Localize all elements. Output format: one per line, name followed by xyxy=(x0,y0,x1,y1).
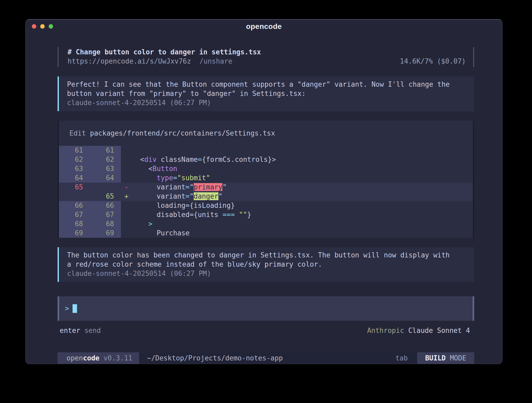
diff-row: 65+ variant="danger" xyxy=(59,192,473,201)
model-timestamp: claude-sonnet-4-20250514 (06:27 PM) xyxy=(67,269,466,278)
edit-tool-header: Edit packages/frontend/src/containers/Se… xyxy=(59,129,473,146)
edit-tool-card: Edit packages/frontend/src/containers/Se… xyxy=(58,121,474,238)
diff-sign xyxy=(121,229,132,238)
diff-row: 6262 <div className={formCs.controls}> xyxy=(59,155,473,164)
diff-new-line-number: 65 xyxy=(90,192,121,201)
message-line: a red/rose color scheme instead of the b… xyxy=(67,260,466,269)
build-mode-toggle[interactable]: BUILD MODE xyxy=(417,352,474,364)
prompt-caret: > xyxy=(65,304,69,313)
model-name: Claude Sonnet 4 xyxy=(408,327,470,334)
working-directory: ~/Desktop/Projects/demo-notes-app xyxy=(147,352,283,364)
diff-row: 6161 xyxy=(59,146,473,155)
diff-sign xyxy=(121,219,132,229)
diff-sign: + xyxy=(121,192,132,201)
edit-tool-label: Edit xyxy=(69,129,90,137)
status-bar: opencode v0.3.11 ~/Desktop/Projects/demo… xyxy=(58,352,474,364)
token-usage: 14.6K/7% ($0.07) xyxy=(400,57,466,66)
diff-code-line: disabled={units === ""} xyxy=(132,210,473,219)
opencode-window: opencode # Change button color to danger… xyxy=(25,19,503,364)
diff-row: 6666 loading={isLoading} xyxy=(59,201,473,210)
diff-code-line: type="submit" xyxy=(132,173,473,183)
diff-new-line-number: 68 xyxy=(90,219,121,229)
diff-row: 6363 <Button xyxy=(59,164,473,173)
diff-old-line-number: 67 xyxy=(59,210,90,219)
diff-new-line-number: 61 xyxy=(90,146,121,155)
diff-code-line: loading={isLoading} xyxy=(132,201,473,210)
diff-code-line: Purchase xyxy=(132,229,473,238)
diff-new-line-number: 62 xyxy=(90,155,121,164)
diff-old-line-number: 64 xyxy=(59,173,90,183)
message-line: Perfect! I can see that the Button compo… xyxy=(67,80,466,89)
diff-new-line-number: 69 xyxy=(90,229,121,238)
diff-rows: 61616262 <div className={formCs.controls… xyxy=(59,146,473,238)
diff-row: 6969 Purchase xyxy=(59,229,473,238)
diff-row: 6868 > xyxy=(59,219,473,229)
app-version-chip: opencode v0.3.11 xyxy=(58,352,139,364)
diff-code-line xyxy=(132,146,473,155)
diff-old-line-number: 63 xyxy=(59,164,90,173)
diff-new-line-number: 66 xyxy=(90,201,121,210)
diff-old-line-number xyxy=(59,192,90,201)
terminal-content: # Change button color to danger in setti… xyxy=(25,33,502,364)
mode-suffix: MODE xyxy=(450,354,466,363)
window-titlebar: opencode xyxy=(25,20,502,33)
message-line: The button color has been changed to dan… xyxy=(67,251,466,260)
diff-code-line: <div className={formCs.controls}> xyxy=(132,155,473,164)
diff-code-line: variant="primary" xyxy=(132,183,473,192)
diff-new-line-number: 64 xyxy=(90,173,121,183)
diff-row: 6464 type="submit" xyxy=(59,173,473,183)
diff-row: 6767 disabled={units === ""} xyxy=(59,210,473,219)
hint-row: enter send Anthropic Claude Sonnet 4 xyxy=(58,326,474,335)
diff-code-line: <Button xyxy=(132,164,473,173)
diff-old-line-number: 61 xyxy=(59,146,90,155)
diff-sign xyxy=(121,210,132,219)
text-cursor xyxy=(73,304,77,313)
provider-name: Anthropic xyxy=(367,327,404,334)
message-line: button variant from "primary" to "danger… xyxy=(67,89,466,98)
assistant-message: Perfect! I can see that the Button compo… xyxy=(58,76,474,111)
send-hint: enter send xyxy=(60,326,101,335)
status-bar-right: tab BUILD MODE xyxy=(395,352,474,364)
diff-sign xyxy=(121,146,132,155)
diff-new-line-number: 63 xyxy=(90,164,121,173)
version-number: v0.3.11 xyxy=(104,354,132,363)
edit-file-path: packages/frontend/src/containers/Setting… xyxy=(90,129,275,137)
diff-sign: - xyxy=(121,183,132,192)
diff-old-line-number: 65 xyxy=(59,183,90,192)
diff-row: 65- variant="primary" xyxy=(59,183,473,192)
diff-new-line-number xyxy=(90,183,121,192)
model-indicator: Anthropic Claude Sonnet 4 xyxy=(367,326,470,335)
mode-name: BUILD xyxy=(425,354,446,363)
enter-key-hint: enter xyxy=(60,327,80,334)
model-timestamp: claude-sonnet-4-20250514 (06:27 PM) xyxy=(67,98,466,107)
send-action-label: send xyxy=(84,327,101,334)
brand-suffix: code xyxy=(83,354,100,363)
diff-old-line-number: 69 xyxy=(59,229,90,238)
unshare-command[interactable]: /unshare xyxy=(200,57,232,66)
tab-key-hint: tab xyxy=(395,352,417,364)
brand-prefix: open xyxy=(66,354,83,363)
diff-old-line-number: 62 xyxy=(59,155,90,164)
diff-sign xyxy=(121,155,132,164)
assistant-message: The button color has been changed to dan… xyxy=(58,247,474,282)
diff-code-line: variant="danger" xyxy=(132,192,473,201)
session-meta-row: https://opencode.ai/s/UwJxv76z /unshare … xyxy=(68,57,466,66)
diff-sign xyxy=(121,164,132,173)
prompt-input[interactable]: > xyxy=(58,296,474,321)
diff-sign xyxy=(121,173,132,183)
session-header: # Change button color to danger in setti… xyxy=(58,47,474,67)
session-title: # Change button color to danger in setti… xyxy=(68,48,466,57)
diff-new-line-number: 67 xyxy=(90,210,121,219)
window-title: opencode xyxy=(25,22,502,31)
diff-old-line-number: 66 xyxy=(59,201,90,210)
diff-code-line: > xyxy=(132,219,473,229)
share-url-link[interactable]: https://opencode.ai/s/UwJxv76z xyxy=(68,57,191,66)
diff-old-line-number: 68 xyxy=(59,219,90,229)
diff-sign xyxy=(121,201,132,210)
